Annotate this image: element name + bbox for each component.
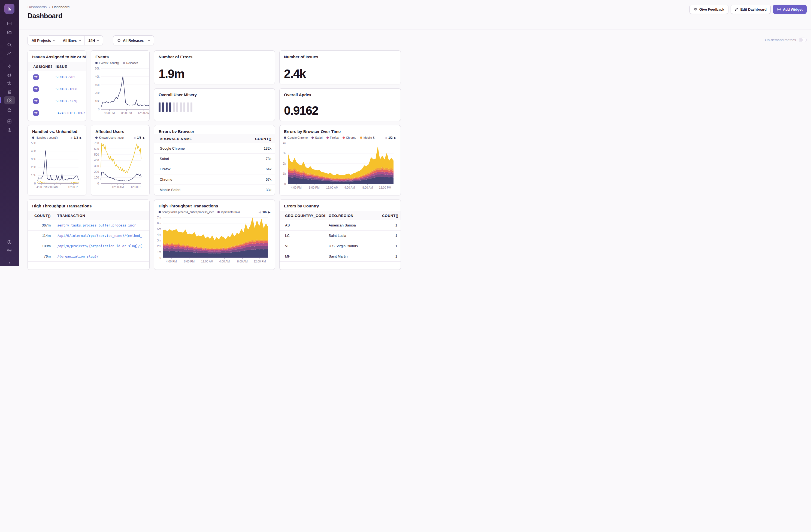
chevron-down-icon — [148, 39, 150, 41]
sidebar-item-search[interactable] — [4, 41, 15, 49]
widget-title: Overall User Misery — [154, 89, 275, 98]
releases-filter[interactable]: All Releases — [113, 35, 154, 45]
sidebar-item-whats-new[interactable] — [4, 246, 15, 254]
browser-over-time-chart: 01k2k3k4k4:00 PM8:00 PM12:00 AM4:00 AM8:… — [280, 139, 401, 195]
sidebar-item-projects[interactable] — [4, 28, 15, 36]
legend-dot — [158, 211, 161, 213]
svg-text:12:00 AM: 12:00 AM — [46, 185, 58, 188]
table-cell: 33k — [247, 188, 275, 192]
table-cell: 367m — [28, 223, 54, 227]
pagination-prev-icon[interactable]: ◀ — [384, 136, 387, 139]
legend-item[interactable]: Chrome — [342, 136, 356, 139]
misery-bar-empty — [176, 103, 178, 112]
table-cell: SENTRY-VD5 — [52, 75, 87, 79]
legend-item[interactable]: Events : count() — [95, 61, 119, 65]
sidebar-item-stats[interactable] — [4, 117, 15, 125]
date-range-filter[interactable]: 24H — [85, 36, 103, 45]
avatar[interactable]: TE — [33, 110, 39, 116]
column-header: BROWSER.NAME — [154, 137, 247, 141]
table-row: MFSaint Martin1 — [280, 251, 401, 262]
release-box-icon — [117, 39, 121, 42]
table-cell: 1 — [379, 223, 401, 227]
pagination-next-icon[interactable]: ▶ — [394, 136, 396, 139]
stats-icon — [7, 119, 12, 124]
table-cell: 73k — [247, 157, 275, 161]
sidebar-item-releases[interactable] — [4, 105, 15, 113]
table-cell: Google Chrome — [154, 146, 247, 150]
link[interactable]: SENTRY-32ZQ — [56, 99, 77, 103]
widget-title: Affected Users — [91, 125, 149, 135]
sidebar-item-issues[interactable] — [4, 19, 15, 28]
legend-item[interactable]: sentry.tasks.process_buffer.process_incr — [158, 210, 214, 214]
sidebar-item-dashboards[interactable] — [4, 96, 15, 104]
environment-filter[interactable]: All Envs — [59, 36, 85, 45]
svg-text:1k: 1k — [283, 172, 286, 175]
issues-icon — [7, 21, 12, 26]
legend-item[interactable]: Releases — [123, 61, 138, 65]
avatar[interactable]: TE — [33, 74, 39, 80]
sidebar-item-performance[interactable] — [4, 49, 15, 58]
sidebar-item-replays[interactable] — [4, 79, 15, 87]
legend-label: /api/0/internal/r — [221, 210, 240, 214]
legend-label: Chrome — [346, 136, 356, 139]
sidebar-collapse-toggle[interactable] — [4, 259, 15, 266]
svg-text:200: 200 — [94, 170, 99, 173]
pagination-prev-icon[interactable]: ◀ — [70, 136, 72, 139]
widget-number-of-errors: Number of Errors 1.9m — [154, 50, 275, 84]
svg-text:100: 100 — [94, 176, 99, 179]
pagination-prev-icon[interactable]: ◀ — [133, 136, 135, 139]
legend-item[interactable]: Handled : count() — [32, 136, 58, 139]
avatar[interactable]: TE — [33, 87, 39, 92]
widget-title: High Throughput Transactions — [154, 200, 275, 210]
svg-text:12:00 AM: 12:00 AM — [138, 111, 150, 115]
pagination-next-icon[interactable]: ▶ — [268, 211, 270, 214]
link[interactable]: /api/0/projects/{organization_id_or_slug… — [57, 244, 142, 248]
table-cell: 1 — [379, 244, 401, 248]
pagination-next-icon[interactable]: ▶ — [143, 136, 145, 139]
sidebar-item-settings[interactable] — [4, 126, 15, 134]
kpi-value: 1.9m — [154, 67, 275, 84]
sidebar-item-feedback[interactable] — [4, 71, 15, 79]
siren-icon — [7, 89, 12, 94]
pagination-prev-icon[interactable]: ◀ — [259, 211, 261, 214]
link[interactable]: /{organization_slug}/ — [57, 255, 99, 258]
pagination-count: 1/2 — [388, 136, 393, 139]
legend-item[interactable]: Safari — [311, 136, 322, 139]
link[interactable]: SENTRY-VD5 — [56, 75, 75, 79]
avatar[interactable]: TE — [33, 98, 39, 104]
widget-apdex: Overall Apdex 0.9162 — [279, 88, 401, 121]
link[interactable]: SENTRY-16H8 — [56, 87, 77, 91]
link[interactable]: /api/0/internal/rpc/{service_name}/{meth… — [57, 234, 142, 238]
pagination-count: 1/3 — [74, 136, 78, 139]
legend-item[interactable]: Mobile S — [360, 136, 375, 139]
table-cell: /{organization_slug}/ — [54, 254, 142, 258]
table-header-row: ASSIGNEEISSUETITLE — [28, 62, 86, 71]
svg-text:4:00 PM: 4:00 PM — [36, 185, 47, 188]
browser-over-time-legend: Google ChromeSafariFirefoxChromeMobile S… — [280, 135, 401, 139]
widget-errors-by-country: Errors by Country GEO.COUNTRY_CODEGEO.RE… — [279, 199, 401, 266]
legend-item[interactable]: Google Chrome — [284, 136, 308, 139]
link[interactable]: sentry.tasks.process_buffer.process_incr — [57, 224, 136, 227]
sidebar-item-help[interactable] — [4, 238, 15, 246]
table-row: Google Chrome132k — [154, 143, 275, 154]
legend-item[interactable]: Known Users : cour — [95, 136, 124, 139]
table-header-row: COUNT()TRANSACTION — [28, 211, 149, 220]
page-filters: All Projects All Envs 24H — [28, 35, 103, 45]
project-filter[interactable]: All Projects — [28, 36, 59, 45]
legend-item[interactable]: /api/0/internal/r — [217, 210, 240, 214]
legend-dot — [311, 137, 313, 139]
pagination-count: 1/6 — [262, 210, 266, 214]
sidebar-item-alerts[interactable] — [4, 88, 15, 96]
sidebar-item-quick-start[interactable] — [4, 62, 15, 70]
table-row: 114m/api/0/internal/rpc/{service_name}/{… — [28, 231, 149, 241]
sentry-logo[interactable] — [4, 4, 14, 14]
table-cell: Firefox — [154, 167, 247, 171]
svg-text:700: 700 — [94, 141, 99, 145]
legend-item[interactable]: Firefox — [326, 136, 339, 139]
legend-pagination: ◀1/2▶ — [384, 136, 396, 139]
errors-by-country-table: GEO.COUNTRY_CODEGEO.REGIONCOUNT()ASAmeri… — [280, 211, 401, 266]
pagination-next-icon[interactable]: ▶ — [80, 136, 82, 139]
link[interactable]: JAVASCRIPT-1BG2 — [56, 111, 85, 115]
breadcrumb-dashboards-link[interactable]: Dashboards — [28, 5, 47, 9]
svg-text:10k: 10k — [95, 100, 100, 103]
